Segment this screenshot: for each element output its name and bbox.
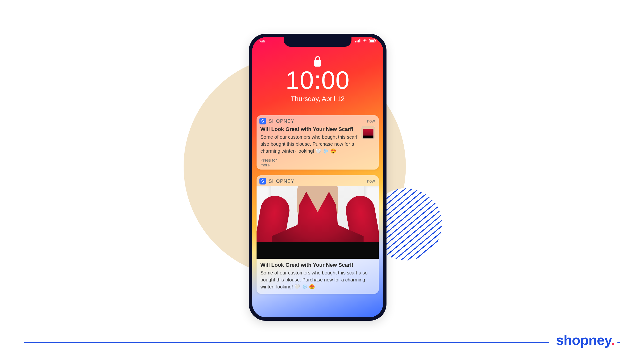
- notification-2-app: S SHOPNEY: [260, 178, 294, 184]
- page-canvas: wifi: [0, 0, 644, 362]
- press-hint-line2: more: [260, 163, 375, 168]
- notification-1-press-hint[interactable]: Press for more: [256, 158, 379, 170]
- notification-2-hero-image: [256, 186, 379, 259]
- notification-1-app: S SHOPNEY: [260, 118, 294, 124]
- app-badge-icon: S: [260, 118, 266, 124]
- app-badge-icon: S: [260, 178, 266, 184]
- status-carrier-label: wifi: [260, 39, 265, 43]
- product-thumbnail-image: [361, 126, 375, 139]
- lockscreen-header: 10:00 Thursday, April 12: [252, 56, 383, 103]
- wifi-icon: [362, 39, 367, 42]
- brand-dot: .: [611, 332, 614, 348]
- svg-rect-2: [375, 40, 376, 41]
- notification-2-header: S SHOPNEY now: [256, 175, 379, 186]
- notification-stack: S SHOPNEY now Will Look Great with Your …: [256, 115, 379, 300]
- notification-2-title: Will Look Great with Your New Scarf!: [260, 262, 375, 268]
- notification-card-1[interactable]: S SHOPNEY now Will Look Great with Your …: [256, 115, 379, 170]
- phone-screen: wifi: [252, 37, 383, 317]
- phone-device-frame: wifi: [249, 34, 386, 321]
- notification-1-thumbnail: [361, 126, 375, 139]
- svg-rect-1: [370, 40, 374, 42]
- brand-logo: shopney.: [549, 332, 618, 349]
- notification-2-app-name: SHOPNEY: [268, 179, 294, 184]
- footer-rule: [24, 342, 620, 343]
- notification-1-app-name: SHOPNEY: [268, 118, 294, 124]
- signal-icon: [355, 39, 360, 42]
- notification-1-description: Some of our customers who bought this sc…: [260, 134, 358, 155]
- notification-1-time: now: [367, 119, 375, 124]
- notification-2-body: Will Look Great with Your New Scarf! Som…: [256, 259, 379, 294]
- lockscreen-clock: 10:00: [252, 67, 383, 93]
- lock-icon: [314, 56, 322, 67]
- lockscreen-date: Thursday, April 12: [252, 95, 383, 103]
- press-hint-line1: Press for: [260, 158, 375, 163]
- status-right-cluster: [355, 39, 376, 42]
- notification-2-time: now: [367, 179, 375, 184]
- notification-1-body: Will Look Great with Your New Scarf! Som…: [256, 126, 379, 158]
- notification-card-2[interactable]: S SHOPNEY now: [256, 175, 379, 294]
- notification-1-header: S SHOPNEY now: [256, 115, 379, 126]
- battery-icon: [369, 39, 376, 42]
- notification-1-title: Will Look Great with Your New Scarf!: [260, 126, 358, 133]
- notification-2-description: Some of our customers who bought this sc…: [260, 269, 375, 290]
- phone-notch: [284, 37, 352, 47]
- brand-name: shopney: [556, 332, 611, 348]
